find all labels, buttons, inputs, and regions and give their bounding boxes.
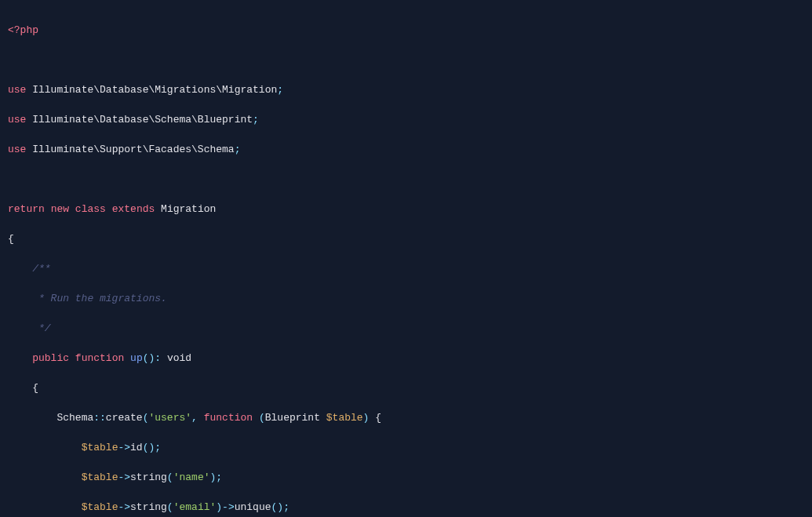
comma: , [191,412,198,424]
method-name-up: up [130,352,143,364]
string-literal: 'email' [173,501,217,513]
code-line: $table->string('name'); [8,470,804,485]
namespace-path: Illuminate\Database\Schema\Blueprint [32,114,253,126]
arrow: -> [118,471,130,483]
space [198,412,204,424]
namespace-path: Illuminate\Support\Facades\Schema [32,144,234,155]
semicolon: ; [283,501,289,513]
keyword-use: use [8,84,26,96]
semicolon: ; [216,471,222,483]
space [320,412,326,424]
paren-close: ) [277,501,283,513]
string-literal: 'name' [173,471,210,483]
code-line: { [8,231,804,246]
brace-open: { [8,233,14,245]
method-string: string [130,471,167,483]
code-line: public function up(): void [8,351,804,366]
keyword-use: use [8,114,26,126]
code-line: use Illuminate\Database\Schema\Blueprint… [8,112,804,127]
code-line: return new class extends Migration [8,202,804,217]
method-id: id [130,442,143,453]
indent [8,471,82,483]
arrow: -> [222,501,235,513]
keyword-function: function [204,412,253,424]
semicolon: ; [277,84,283,96]
paren-close: ) [216,501,222,513]
code-line: <?php [8,23,804,38]
keyword-extends: extends [112,203,155,215]
php-open-tag: <?php [8,24,38,36]
keyword-public: public [32,352,69,364]
code-line: * Run the migrations. [8,291,804,306]
code-line: use Illuminate\Database\Migrations\Migra… [8,82,804,97]
code-line [8,53,804,67]
variable-table: $table [82,471,118,483]
return-type: void [167,352,191,364]
class-name: Migration [161,203,216,215]
semicolon: ; [235,144,241,155]
class-schema: Schema [56,412,93,424]
semicolon: ; [155,442,161,453]
namespace-path: Illuminate\Database\Migrations\Migration [32,84,277,96]
variable-table: $table [82,501,118,513]
parens: () [143,352,155,364]
indent [8,412,56,424]
arrow: -> [118,442,130,453]
docblock: * Run the migrations. [8,293,167,304]
space [253,412,259,424]
docblock: */ [8,322,51,334]
semicolon: ; [253,114,259,126]
code-line: $table->string('email')->unique(); [8,500,804,515]
code-line: */ [8,321,804,336]
paren-open: ( [167,501,173,513]
indent [8,501,82,513]
keyword-use: use [8,144,26,155]
double-colon: :: [93,412,106,424]
keyword-class: class [75,203,106,215]
paren-open: ( [167,471,173,483]
method-string: string [130,501,167,513]
code-line [8,172,804,187]
method-unique: unique [235,501,271,513]
colon: : [155,352,161,364]
brace-open: { [8,382,38,394]
paren-open: ( [259,412,265,424]
code-line: $table->id(); [8,440,804,455]
variable-table: $table [82,442,118,453]
keyword-new: new [51,203,69,215]
type-blueprint: Blueprint [265,412,320,424]
indent [8,442,82,453]
code-line: { [8,380,804,395]
brace-open: { [375,412,381,424]
keyword-function: function [75,352,124,364]
variable-table: $table [326,412,363,424]
keyword-return: return [8,203,45,215]
arrow: -> [118,501,130,513]
string-literal: 'users' [148,412,191,424]
indent [8,352,32,364]
code-line: /** [8,261,804,276]
docblock: /** [8,263,51,275]
code-editor[interactable]: <?php use Illuminate\Database\Migrations… [0,0,812,517]
method-create: create [106,412,143,424]
code-line: use Illuminate\Support\Facades\Schema; [8,142,804,157]
code-line: Schema::create('users', function (Bluepr… [8,410,804,425]
